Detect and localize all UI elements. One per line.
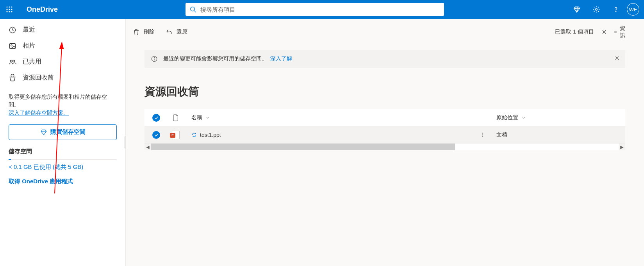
file-origin: 文档: [496, 131, 507, 138]
storage-promo: 取得更多儲存您所有檔案和相片的儲存空間。 深入了解儲存空間方案。: [0, 86, 125, 119]
sidebar-item-label: 資源回收筒: [23, 74, 54, 82]
restore-label: 還原: [177, 28, 187, 35]
help-icon[interactable]: [607, 0, 624, 19]
storage-used-link[interactable]: < 0.1 GB 已使用 (總共 5 GB): [0, 162, 125, 172]
delete-button[interactable]: 刪除: [127, 26, 160, 38]
main-area: 刪除 還原 已選取 1 個項目 資訊: [126, 19, 644, 266]
selection-count: 已選取 1 個項目: [555, 28, 594, 35]
svg-point-2: [11, 6, 12, 7]
buy-storage-button[interactable]: 購買儲存空間: [9, 124, 117, 140]
sidebar-item-label: 已共用: [23, 58, 41, 66]
svg-point-28: [482, 134, 483, 135]
banner-close-button[interactable]: [614, 55, 620, 61]
row-checkbox[interactable]: [152, 131, 160, 139]
sidebar-item-recycle[interactable]: 資源回收筒: [0, 70, 125, 86]
page-title: 資源回收筒: [144, 84, 625, 99]
storage-promo-link[interactable]: 深入了解儲存空間方案。: [9, 110, 69, 116]
svg-point-3: [6, 9, 7, 10]
chevron-down-icon: [205, 115, 210, 120]
horizontal-scrollbar[interactable]: ◄ ►: [144, 144, 625, 150]
file-generic-icon: [173, 114, 179, 122]
svg-point-27: [482, 133, 483, 133]
table-row[interactable]: P test1.ppt 文档: [144, 126, 625, 144]
command-toolbar: 刪除 還原 已選取 1 個項目 資訊: [126, 19, 644, 41]
column-header-origin[interactable]: 原始位置: [496, 114, 625, 121]
buy-storage-label: 購買儲存空間: [50, 128, 86, 136]
search-input[interactable]: [200, 6, 440, 13]
clear-selection-button[interactable]: [599, 27, 610, 37]
svg-point-17: [13, 60, 15, 62]
trash-icon: [133, 28, 140, 35]
svg-point-1: [9, 6, 10, 7]
account-avatar[interactable]: WE: [627, 3, 639, 16]
select-all-checkbox[interactable]: [152, 114, 160, 122]
storage-info-banner: 最近的變更可能會影響您可用的儲存空間。 深入了解: [144, 50, 625, 68]
sync-icon: [191, 132, 197, 138]
undo-icon: [166, 28, 173, 35]
svg-point-24: [154, 57, 154, 58]
header-right: WE: [564, 0, 644, 19]
scroll-thumb[interactable]: [151, 144, 455, 150]
clock-icon: [9, 26, 16, 34]
storage-heading: 儲存空間: [0, 145, 125, 155]
svg-point-8: [11, 11, 12, 12]
svg-point-15: [11, 44, 12, 46]
restore-button[interactable]: 還原: [160, 26, 193, 38]
svg-point-29: [482, 136, 483, 137]
brand-title[interactable]: OneDrive: [19, 5, 66, 14]
chevron-down-icon: [521, 115, 526, 120]
column-header-name-label: 名稱: [191, 114, 202, 121]
file-table: 名稱 原始位置: [144, 109, 625, 150]
storage-bar: [0, 155, 125, 162]
sidebar: 最近 相片 已共用 資源回收筒 取得更多儲存您所: [0, 19, 126, 266]
row-more-button[interactable]: [480, 132, 486, 138]
premium-icon[interactable]: [568, 0, 585, 19]
svg-point-7: [9, 11, 10, 12]
settings-icon[interactable]: [588, 0, 605, 19]
svg-point-0: [6, 6, 7, 7]
svg-rect-14: [10, 43, 16, 48]
info-label: 資訊: [620, 25, 625, 39]
table-header-row: 名稱 原始位置: [144, 109, 625, 126]
sidebar-item-shared[interactable]: 已共用: [0, 54, 125, 70]
powerpoint-file-icon: P: [172, 131, 180, 139]
info-pane-button[interactable]: 資訊: [614, 27, 625, 37]
svg-line-10: [194, 11, 196, 12]
premium-icon: [40, 129, 47, 136]
sidebar-item-photos[interactable]: 相片: [0, 38, 125, 54]
sidebar-item-label: 最近: [23, 26, 35, 34]
file-name[interactable]: test1.ppt: [200, 132, 221, 138]
banner-learn-more-link[interactable]: 深入了解: [270, 55, 292, 62]
get-app-link[interactable]: 取得 OneDrive 應用程式: [0, 172, 125, 191]
storage-promo-text: 取得更多儲存您所有檔案和相片的儲存空間。: [9, 94, 107, 108]
app-launcher-button[interactable]: [0, 0, 19, 19]
svg-point-9: [190, 7, 194, 11]
svg-rect-20: [615, 31, 617, 33]
info-icon: [151, 55, 158, 62]
image-icon: [9, 42, 16, 50]
recycle-icon: [9, 74, 16, 82]
svg-point-11: [596, 9, 598, 11]
banner-text: 最近的變更可能會影響您可用的儲存空間。: [163, 55, 267, 62]
svg-point-5: [11, 9, 12, 10]
search-box[interactable]: [186, 3, 444, 16]
search-icon: [189, 6, 196, 13]
scroll-right-arrow[interactable]: ►: [619, 144, 625, 150]
svg-point-12: [615, 11, 616, 11]
people-icon: [9, 58, 16, 66]
column-header-name[interactable]: 名稱: [191, 114, 210, 121]
svg-point-16: [10, 60, 12, 62]
search-wrap: [66, 3, 564, 16]
svg-point-6: [6, 11, 7, 12]
sidebar-item-label: 相片: [23, 42, 35, 50]
svg-point-4: [9, 9, 10, 10]
column-header-origin-label: 原始位置: [496, 114, 518, 121]
sidebar-item-recent[interactable]: 最近: [0, 22, 125, 38]
top-header: OneDrive WE: [0, 0, 644, 19]
scroll-left-arrow[interactable]: ◄: [144, 144, 151, 150]
delete-label: 刪除: [144, 28, 155, 35]
